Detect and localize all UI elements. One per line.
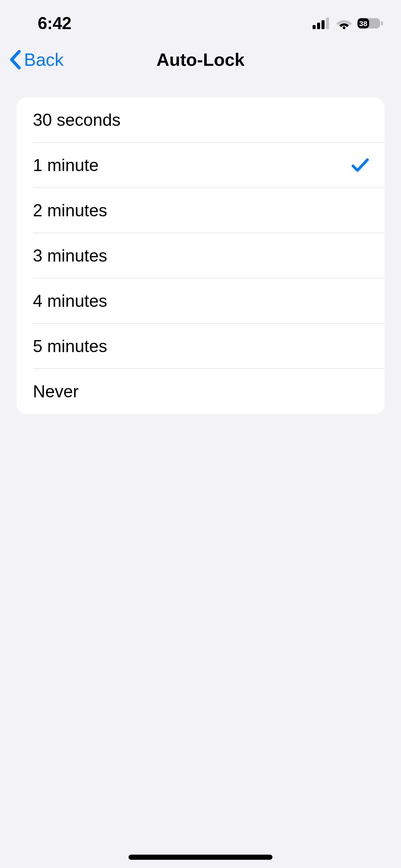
option-label: 4 minutes	[33, 291, 107, 311]
wifi-icon	[336, 17, 352, 29]
status-bar: 6:42 38	[0, 0, 401, 38]
svg-rect-2	[321, 20, 325, 29]
option-label: 1 minute	[33, 155, 99, 175]
option-2-minutes[interactable]: 2 minutes	[16, 188, 385, 233]
option-3-minutes[interactable]: 3 minutes	[16, 233, 385, 278]
svg-rect-3	[326, 17, 329, 29]
svg-point-4	[343, 26, 345, 29]
option-label: 2 minutes	[33, 201, 107, 220]
svg-rect-1	[317, 23, 320, 29]
option-label: 30 seconds	[33, 110, 121, 130]
option-list: 30 seconds 1 minute 2 minutes 3 minutes …	[16, 97, 385, 414]
status-time: 6:42	[17, 13, 71, 33]
back-button[interactable]: Back	[7, 49, 64, 70]
nav-bar: Back Auto-Lock	[0, 38, 401, 82]
home-indicator[interactable]	[129, 855, 272, 860]
back-label: Back	[24, 49, 64, 70]
option-30-seconds[interactable]: 30 seconds	[16, 97, 385, 143]
option-never[interactable]: Never	[16, 369, 385, 414]
svg-rect-0	[313, 25, 316, 29]
battery-icon: 38	[357, 17, 384, 29]
status-indicators: 38	[313, 17, 384, 29]
option-4-minutes[interactable]: 4 minutes	[16, 278, 385, 324]
svg-rect-7	[381, 21, 383, 25]
option-5-minutes[interactable]: 5 minutes	[16, 324, 385, 369]
option-1-minute[interactable]: 1 minute	[16, 143, 385, 188]
option-label: 3 minutes	[33, 246, 107, 266]
option-label: 5 minutes	[33, 336, 107, 356]
battery-percent: 38	[359, 20, 367, 27]
checkmark-icon	[352, 158, 369, 173]
chevron-left-icon	[9, 49, 22, 70]
option-label: Never	[33, 382, 78, 401]
cellular-icon	[313, 17, 331, 29]
